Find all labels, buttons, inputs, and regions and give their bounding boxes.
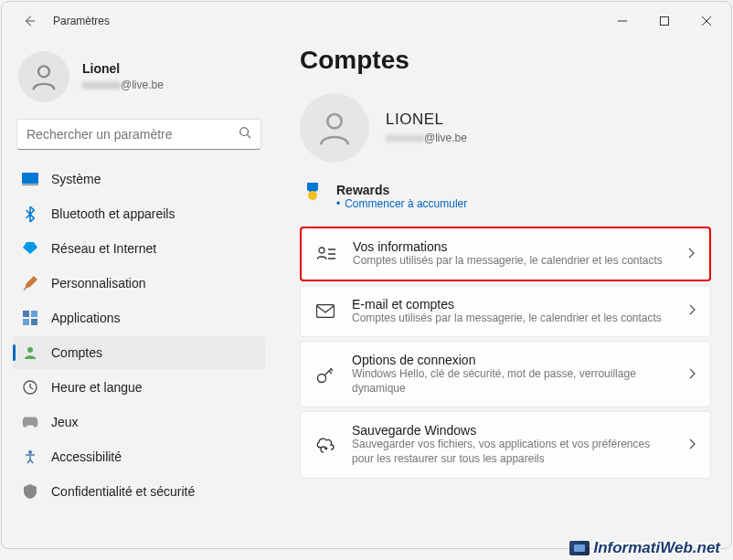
- nav-label: Bluetooth et appareils: [51, 206, 175, 221]
- chevron-right-icon: [688, 366, 696, 383]
- user-profile-block[interactable]: Lionel xxxxxxx@live.be: [13, 46, 265, 115]
- svg-point-9: [27, 347, 33, 353]
- user-name: Lionel: [82, 61, 164, 76]
- account-header: LIONEL xxxxxxx@live.be: [300, 93, 711, 163]
- network-icon: [22, 240, 38, 257]
- card-sub: Comptes utilisés par la messagerie, le c…: [353, 254, 671, 269]
- watermark-text: InformatiWeb.net: [593, 539, 720, 557]
- sidebar-item-apps[interactable]: Applications: [13, 301, 265, 334]
- svg-rect-8: [31, 319, 37, 325]
- nav-label: Confidentialité et sécurité: [51, 484, 195, 499]
- nav-list: Système Bluetooth et appareils Réseau et…: [13, 163, 265, 508]
- app-title: Paramètres: [53, 15, 110, 27]
- close-button[interactable]: [685, 6, 728, 36]
- chevron-right-icon: [688, 302, 696, 319]
- sidebar: Lionel xxxxxxx@live.be Système: [2, 40, 276, 548]
- apps-icon: [22, 310, 38, 326]
- rewards-sub: Commencer à accumuler: [336, 197, 467, 210]
- personalization-icon: [22, 275, 38, 291]
- privacy-icon: [22, 483, 38, 500]
- sidebar-item-system[interactable]: Système: [13, 163, 265, 195]
- rewards-text: Rewards Commencer à accumuler: [336, 183, 467, 210]
- sidebar-item-personalization[interactable]: Personnalisation: [13, 267, 265, 300]
- system-icon: [22, 171, 38, 187]
- sidebar-item-privacy[interactable]: Confidentialité et sécurité: [13, 475, 265, 508]
- watermark-icon: [569, 541, 590, 555]
- svg-rect-15: [317, 304, 335, 317]
- person-icon: [28, 61, 59, 92]
- svg-rect-6: [31, 311, 37, 317]
- sidebar-item-time[interactable]: Heure et langue: [13, 371, 265, 404]
- sidebar-item-gaming[interactable]: Jeux: [13, 406, 265, 438]
- card-email-accounts[interactable]: E-mail et comptes Comptes utilisés par l…: [300, 285, 711, 338]
- user-email-suffix: @live.be: [121, 79, 164, 91]
- backup-icon: [315, 435, 335, 455]
- rewards-title: Rewards: [336, 183, 467, 197]
- sidebar-item-accounts[interactable]: Comptes: [13, 336, 265, 369]
- rewards-icon: [303, 183, 322, 205]
- card-signin-options[interactable]: Options de connexion Windows Hello, clé …: [300, 341, 711, 407]
- nav-label: Réseau et Internet: [51, 241, 156, 256]
- settings-list: Vos informations Comptes utilisés par la…: [300, 227, 711, 479]
- svg-rect-0: [661, 17, 669, 26]
- chevron-right-icon: [688, 437, 696, 453]
- svg-point-14: [319, 248, 324, 253]
- card-windows-backup[interactable]: Sauvegarde Windows Sauvegarder vos fichi…: [300, 411, 711, 478]
- svg-point-13: [308, 191, 317, 200]
- page-title: Comptes: [300, 46, 711, 75]
- minimize-icon: [618, 16, 627, 26]
- account-email-blur: xxxxxxx: [386, 132, 424, 144]
- user-email-blur: xxxxxxx: [82, 79, 121, 91]
- svg-point-11: [28, 450, 32, 454]
- card-title: Sauvegarde Windows: [352, 423, 672, 438]
- user-email-line: xxxxxxx@live.be: [82, 76, 164, 92]
- svg-rect-4: [22, 185, 38, 186]
- card-text: E-mail et comptes Comptes utilisés par l…: [352, 297, 672, 326]
- user-info: Lionel xxxxxxx@live.be: [82, 61, 164, 92]
- nav-label: Comptes: [51, 345, 102, 360]
- card-text: Vos informations Comptes utilisés par la…: [353, 239, 671, 269]
- rewards-block[interactable]: Rewards Commencer à accumuler: [300, 183, 711, 210]
- search-box[interactable]: [16, 119, 261, 150]
- svg-point-1: [38, 66, 49, 77]
- svg-rect-5: [23, 311, 29, 317]
- back-button[interactable]: [13, 5, 46, 37]
- nav-label: Personnalisation: [51, 276, 146, 291]
- sidebar-item-bluetooth[interactable]: Bluetooth et appareils: [13, 197, 265, 230]
- minimize-button[interactable]: [601, 6, 643, 36]
- account-email-line: xxxxxxx@live.be: [386, 129, 467, 145]
- settings-window: Paramètres Lionel xxxxxxx@liv: [1, 1, 732, 549]
- account-info: LIONEL xxxxxxx@live.be: [386, 111, 467, 145]
- email-icon: [315, 301, 335, 321]
- window-controls: [601, 6, 728, 36]
- card-title: Options de connexion: [352, 353, 672, 367]
- key-icon: [315, 365, 335, 385]
- nav-label: Applications: [51, 311, 121, 325]
- card-sub: Windows Hello, clé de sécurité, mot de p…: [352, 367, 672, 396]
- account-avatar: [300, 93, 369, 163]
- nav-label: Jeux: [51, 415, 79, 429]
- chevron-right-icon: [687, 246, 695, 262]
- bluetooth-icon: [22, 206, 38, 222]
- card-sub: Sauvegarder vos fichiers, vos applicatio…: [352, 438, 672, 466]
- account-name: LIONEL: [386, 111, 467, 129]
- card-title: E-mail et comptes: [352, 297, 672, 312]
- search-input[interactable]: [27, 127, 239, 142]
- account-email-suffix: @live.be: [424, 132, 467, 144]
- svg-rect-7: [23, 319, 29, 325]
- nav-label: Système: [51, 172, 101, 186]
- nav-label: Accessibilité: [51, 449, 122, 464]
- maximize-button[interactable]: [643, 6, 685, 36]
- card-text: Options de connexion Windows Hello, clé …: [352, 353, 672, 396]
- time-icon: [22, 379, 38, 396]
- sidebar-item-accessibility[interactable]: Accessibilité: [13, 440, 265, 473]
- watermark: InformatiWeb.net: [569, 539, 720, 557]
- accessibility-icon: [22, 449, 38, 465]
- sidebar-item-network[interactable]: Réseau et Internet: [13, 232, 265, 265]
- card-your-info[interactable]: Vos informations Comptes utilisés par la…: [300, 227, 711, 281]
- svg-point-2: [240, 128, 249, 136]
- svg-rect-3: [22, 173, 38, 184]
- nav-label: Heure et langue: [51, 380, 143, 395]
- card-title: Vos informations: [353, 239, 671, 254]
- maximize-icon: [660, 16, 669, 26]
